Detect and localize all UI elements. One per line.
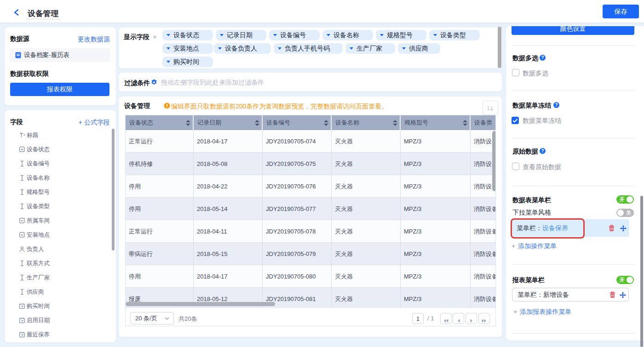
svg-text:1: 1 [487,105,490,112]
